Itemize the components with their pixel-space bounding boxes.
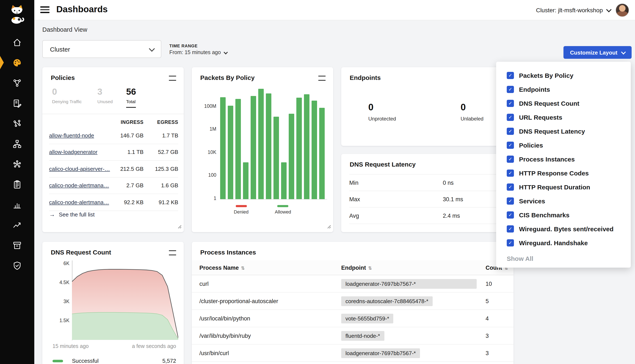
table-row: allow-loadgenerator 1.1 TB 52.7 GB: [49, 144, 178, 161]
menu-item-wireguard-handshake[interactable]: Wireguard. Handshake: [496, 236, 631, 250]
dns-area-chart: [72, 260, 178, 340]
policy-link[interactable]: calico-cloud-apiserver-…: [49, 166, 111, 172]
menu-item-http-request-duration[interactable]: HTTP Request Duration: [496, 180, 631, 194]
cluster-selector-label: Cluster: jlt-msft-workshop: [536, 6, 603, 13]
sidebar-item-threat-defense[interactable]: [0, 255, 34, 276]
policy-link[interactable]: allow-loadgenerator: [49, 149, 111, 155]
menu-item-wireguard-bytes[interactable]: Wireguard. Bytes sent/received: [496, 222, 631, 236]
packet-bar: [266, 93, 271, 199]
dashboard-view-selected: Cluster: [50, 46, 70, 53]
checkbox-checked-icon[interactable]: [507, 239, 514, 246]
policy-link[interactable]: allow-fluentd-node: [49, 132, 111, 139]
cluster-selector[interactable]: Cluster: jlt-msft-workshop: [536, 6, 610, 13]
chevron-down-icon: [606, 7, 611, 12]
packets-by-policy-card: Packets By Policy 100M 1M 10K 100 1 Deni…: [192, 67, 333, 232]
card-title: DNS Request Count: [51, 248, 111, 256]
dashboard-view-select[interactable]: Cluster: [42, 40, 161, 58]
chevron-down-icon: [621, 50, 626, 54]
y-tick: 1M: [200, 126, 216, 132]
drag-handle-icon[interactable]: [169, 250, 176, 255]
resize-handle[interactable]: [178, 223, 182, 230]
checkbox-checked-icon[interactable]: [507, 184, 514, 191]
checkbox-checked-icon[interactable]: [507, 142, 514, 149]
packet-bar: [251, 96, 256, 199]
menu-item-http-response-codes[interactable]: HTTP Response Codes: [496, 166, 631, 180]
resize-handle[interactable]: [327, 223, 331, 230]
packet-bar: [289, 114, 294, 199]
checkbox-checked-icon[interactable]: [507, 114, 514, 121]
checkbox-checked-icon[interactable]: [507, 128, 514, 135]
col-process-name[interactable]: Process Name⇅: [199, 264, 341, 271]
cluster-nodes-icon: [12, 159, 22, 169]
checkbox-checked-icon[interactable]: [507, 212, 514, 218]
drag-handle-icon[interactable]: [169, 76, 176, 81]
user-avatar[interactable]: [615, 3, 629, 17]
time-range-value[interactable]: From: 15 minutes ago: [169, 50, 227, 56]
legend-allowed: Allowed: [275, 205, 291, 214]
table-row: /usr/bin/curl loadgenerator-7697bb7567-*…: [192, 344, 514, 362]
packet-bar: [319, 108, 325, 199]
active-indicator: [0, 56, 4, 69]
sort-icon[interactable]: ⇅: [241, 265, 245, 271]
dashboard-view-label: Dashboard View: [42, 26, 87, 33]
y-tick: 1.5K: [51, 318, 69, 323]
col-endpoint[interactable]: Endpoint⇅: [341, 264, 486, 271]
menu-item-endpoints[interactable]: Endpoints: [496, 82, 631, 96]
dns-legend-row[interactable]: Successful 5,572: [53, 358, 176, 364]
menu-item-dns-request-latency[interactable]: DNS Request Latency: [496, 124, 631, 138]
see-full-list-link[interactable]: → See the full list: [49, 211, 95, 218]
sidebar-item-network-sets[interactable]: [0, 134, 34, 154]
menu-item-cis-benchmarks[interactable]: CIS Benchmarks: [496, 208, 631, 222]
policy-edit-icon: [12, 98, 22, 108]
storage-icon: [12, 240, 22, 250]
sidebar-item-compliance[interactable]: [0, 174, 34, 194]
policy-link[interactable]: calico-node-alertmana…: [49, 199, 111, 206]
menu-item-url-requests[interactable]: URL Requests: [496, 110, 631, 124]
packet-bar: [274, 117, 279, 199]
divider: [42, 114, 184, 114]
y-tick: 1: [200, 196, 216, 201]
calico-cat-logo[interactable]: [9, 4, 25, 24]
shield-icon: [12, 261, 22, 270]
checkbox-checked-icon[interactable]: [507, 72, 514, 79]
sidebar-item-reports[interactable]: [0, 215, 34, 235]
sidebar-item-nodes[interactable]: [0, 113, 34, 134]
home-icon: [12, 38, 22, 47]
sidebar-item-policies[interactable]: [0, 93, 34, 113]
checkbox-checked-icon[interactable]: [507, 198, 514, 204]
checkbox-checked-icon[interactable]: [507, 225, 514, 232]
sidebar-item-clusters[interactable]: [0, 154, 34, 174]
stat-denying-traffic[interactable]: 0 Denying Traffic: [52, 87, 82, 104]
menu-item-process-instances[interactable]: Process Instances: [496, 152, 631, 166]
policies-card: Policies 0 Denying Traffic 3 Unused 56 T…: [42, 67, 184, 232]
customize-layout-button[interactable]: Customize Layout: [563, 46, 631, 59]
table-row: calico-node-alertmana… 92.2 KB 91.2 KB: [49, 194, 178, 211]
menu-item-policies[interactable]: Policies: [496, 138, 631, 152]
menu-item-services[interactable]: Services: [496, 194, 631, 208]
legend-value: 5,572: [162, 358, 176, 364]
checkbox-checked-icon[interactable]: [507, 86, 514, 93]
packet-bar: [243, 162, 249, 199]
x-axis-labels: 15 minutes ago a few seconds ago: [53, 343, 176, 349]
stat-unused[interactable]: 3 Unused: [97, 87, 113, 104]
drag-handle-icon[interactable]: [318, 76, 326, 81]
menu-item-dns-request-count[interactable]: DNS Request Count: [496, 96, 631, 110]
checkbox-checked-icon[interactable]: [507, 156, 514, 163]
sidebar-item-storage[interactable]: [0, 235, 34, 255]
endpoint-chip: coredns-autoscaler-7c88465478-*: [341, 296, 433, 306]
show-all-link[interactable]: Show All: [507, 255, 631, 262]
sidebar-item-dashboards[interactable]: [0, 52, 34, 73]
sidebar-item-service-graph[interactable]: [0, 73, 34, 93]
checkbox-checked-icon[interactable]: [507, 170, 514, 177]
stat-total[interactable]: 56 Total: [126, 87, 136, 108]
menu-item-packets-by-policy[interactable]: Packets By Policy: [496, 68, 631, 82]
sidebar-item-activity[interactable]: [0, 194, 34, 215]
topbar: Dashboards Cluster: jlt-msft-workshop: [34, 0, 635, 20]
policy-link[interactable]: calico-node-alertmana…: [49, 182, 111, 189]
menu-hamburger-icon[interactable]: [40, 6, 50, 15]
card-title: Policies: [51, 74, 75, 81]
sort-icon[interactable]: ⇅: [368, 265, 372, 271]
checkbox-checked-icon[interactable]: [507, 100, 514, 107]
endpoint-chip: vote-5655bd759-*: [341, 314, 393, 323]
sidebar-item-home[interactable]: [0, 32, 34, 52]
